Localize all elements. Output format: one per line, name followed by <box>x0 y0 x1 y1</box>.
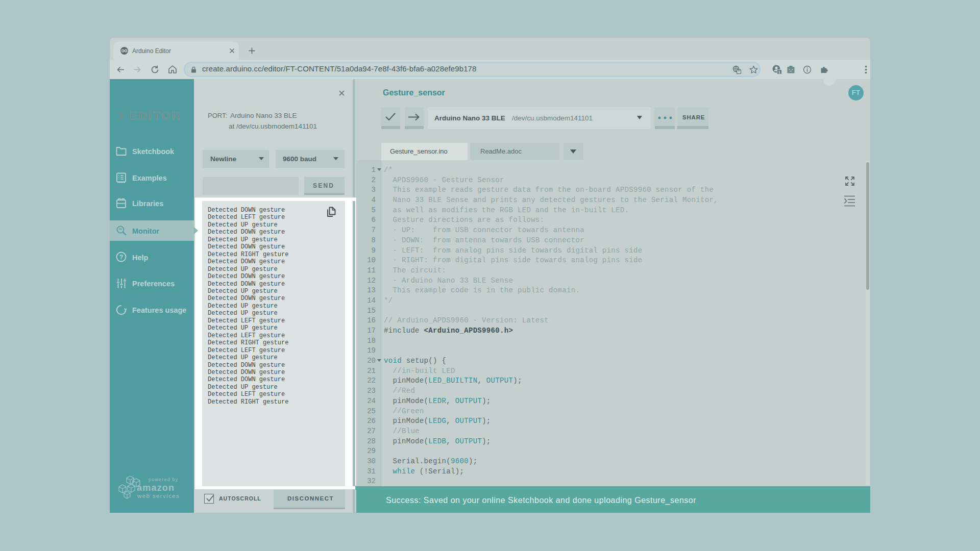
svg-text:amazon: amazon <box>137 483 175 493</box>
svg-text:?: ? <box>119 254 123 261</box>
svg-text:web services: web services <box>137 493 180 499</box>
svg-text:1: 1 <box>778 70 780 74</box>
svg-text:powered by: powered by <box>149 477 179 482</box>
